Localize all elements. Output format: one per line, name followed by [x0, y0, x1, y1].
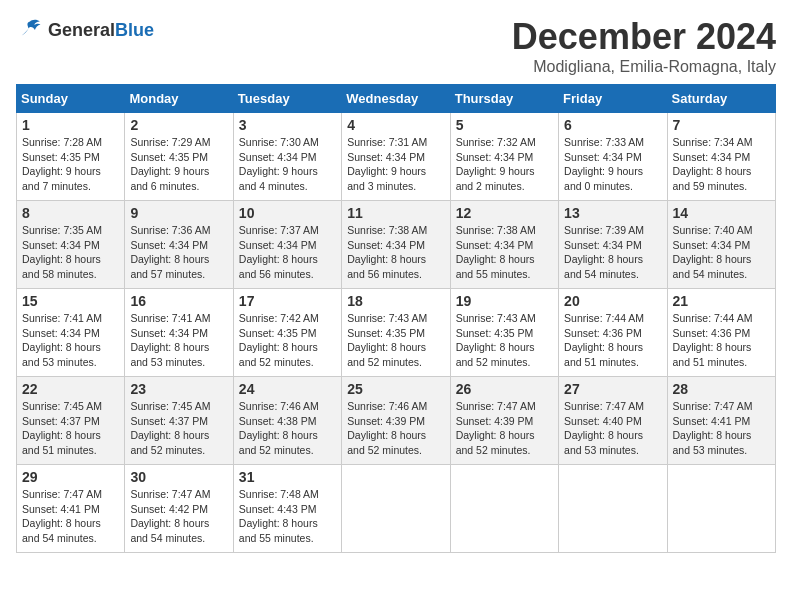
day-number: 23	[130, 381, 227, 397]
day-info: Sunrise: 7:45 AMSunset: 4:37 PMDaylight:…	[130, 400, 210, 456]
day-number: 21	[673, 293, 770, 309]
calendar-header-thursday: Thursday	[450, 85, 558, 113]
calendar-header-saturday: Saturday	[667, 85, 775, 113]
calendar-cell: 20 Sunrise: 7:44 AMSunset: 4:36 PMDaylig…	[559, 289, 667, 377]
calendar-cell	[667, 465, 775, 553]
day-info: Sunrise: 7:38 AMSunset: 4:34 PMDaylight:…	[456, 224, 536, 280]
page-header: GeneralBlue December 2024 Modigliana, Em…	[16, 16, 776, 76]
day-info: Sunrise: 7:42 AMSunset: 4:35 PMDaylight:…	[239, 312, 319, 368]
day-number: 19	[456, 293, 553, 309]
calendar-cell: 30 Sunrise: 7:47 AMSunset: 4:42 PMDaylig…	[125, 465, 233, 553]
day-info: Sunrise: 7:47 AMSunset: 4:42 PMDaylight:…	[130, 488, 210, 544]
calendar-cell	[342, 465, 450, 553]
calendar-cell: 21 Sunrise: 7:44 AMSunset: 4:36 PMDaylig…	[667, 289, 775, 377]
day-info: Sunrise: 7:31 AMSunset: 4:34 PMDaylight:…	[347, 136, 427, 192]
month-title: December 2024	[512, 16, 776, 58]
day-info: Sunrise: 7:47 AMSunset: 4:41 PMDaylight:…	[22, 488, 102, 544]
day-info: Sunrise: 7:41 AMSunset: 4:34 PMDaylight:…	[130, 312, 210, 368]
calendar-cell: 7 Sunrise: 7:34 AMSunset: 4:34 PMDayligh…	[667, 113, 775, 201]
day-number: 20	[564, 293, 661, 309]
day-info: Sunrise: 7:36 AMSunset: 4:34 PMDaylight:…	[130, 224, 210, 280]
day-info: Sunrise: 7:44 AMSunset: 4:36 PMDaylight:…	[673, 312, 753, 368]
day-number: 3	[239, 117, 336, 133]
calendar-header-friday: Friday	[559, 85, 667, 113]
day-number: 24	[239, 381, 336, 397]
day-info: Sunrise: 7:38 AMSunset: 4:34 PMDaylight:…	[347, 224, 427, 280]
calendar-week-row: 29 Sunrise: 7:47 AMSunset: 4:41 PMDaylig…	[17, 465, 776, 553]
day-info: Sunrise: 7:30 AMSunset: 4:34 PMDaylight:…	[239, 136, 319, 192]
day-number: 14	[673, 205, 770, 221]
calendar-cell: 25 Sunrise: 7:46 AMSunset: 4:39 PMDaylig…	[342, 377, 450, 465]
day-number: 16	[130, 293, 227, 309]
day-info: Sunrise: 7:33 AMSunset: 4:34 PMDaylight:…	[564, 136, 644, 192]
day-info: Sunrise: 7:41 AMSunset: 4:34 PMDaylight:…	[22, 312, 102, 368]
day-number: 13	[564, 205, 661, 221]
day-number: 26	[456, 381, 553, 397]
calendar-cell: 12 Sunrise: 7:38 AMSunset: 4:34 PMDaylig…	[450, 201, 558, 289]
day-info: Sunrise: 7:32 AMSunset: 4:34 PMDaylight:…	[456, 136, 536, 192]
calendar-cell: 28 Sunrise: 7:47 AMSunset: 4:41 PMDaylig…	[667, 377, 775, 465]
day-info: Sunrise: 7:46 AMSunset: 4:39 PMDaylight:…	[347, 400, 427, 456]
day-info: Sunrise: 7:39 AMSunset: 4:34 PMDaylight:…	[564, 224, 644, 280]
calendar-cell: 31 Sunrise: 7:48 AMSunset: 4:43 PMDaylig…	[233, 465, 341, 553]
day-number: 5	[456, 117, 553, 133]
calendar-cell: 11 Sunrise: 7:38 AMSunset: 4:34 PMDaylig…	[342, 201, 450, 289]
calendar-cell: 5 Sunrise: 7:32 AMSunset: 4:34 PMDayligh…	[450, 113, 558, 201]
day-info: Sunrise: 7:28 AMSunset: 4:35 PMDaylight:…	[22, 136, 102, 192]
calendar-week-row: 8 Sunrise: 7:35 AMSunset: 4:34 PMDayligh…	[17, 201, 776, 289]
calendar-cell: 27 Sunrise: 7:47 AMSunset: 4:40 PMDaylig…	[559, 377, 667, 465]
day-info: Sunrise: 7:44 AMSunset: 4:36 PMDaylight:…	[564, 312, 644, 368]
logo-text: GeneralBlue	[48, 20, 154, 41]
calendar-cell: 23 Sunrise: 7:45 AMSunset: 4:37 PMDaylig…	[125, 377, 233, 465]
calendar-cell: 2 Sunrise: 7:29 AMSunset: 4:35 PMDayligh…	[125, 113, 233, 201]
day-number: 30	[130, 469, 227, 485]
calendar-cell: 22 Sunrise: 7:45 AMSunset: 4:37 PMDaylig…	[17, 377, 125, 465]
calendar-header-monday: Monday	[125, 85, 233, 113]
day-number: 15	[22, 293, 119, 309]
day-info: Sunrise: 7:43 AMSunset: 4:35 PMDaylight:…	[347, 312, 427, 368]
calendar-cell: 15 Sunrise: 7:41 AMSunset: 4:34 PMDaylig…	[17, 289, 125, 377]
calendar-cell: 8 Sunrise: 7:35 AMSunset: 4:34 PMDayligh…	[17, 201, 125, 289]
calendar-cell: 14 Sunrise: 7:40 AMSunset: 4:34 PMDaylig…	[667, 201, 775, 289]
calendar-cell	[450, 465, 558, 553]
calendar-cell: 13 Sunrise: 7:39 AMSunset: 4:34 PMDaylig…	[559, 201, 667, 289]
calendar-week-row: 15 Sunrise: 7:41 AMSunset: 4:34 PMDaylig…	[17, 289, 776, 377]
calendar-table: SundayMondayTuesdayWednesdayThursdayFrid…	[16, 84, 776, 553]
calendar-header-wednesday: Wednesday	[342, 85, 450, 113]
day-info: Sunrise: 7:46 AMSunset: 4:38 PMDaylight:…	[239, 400, 319, 456]
day-info: Sunrise: 7:29 AMSunset: 4:35 PMDaylight:…	[130, 136, 210, 192]
day-number: 18	[347, 293, 444, 309]
day-info: Sunrise: 7:45 AMSunset: 4:37 PMDaylight:…	[22, 400, 102, 456]
calendar-cell: 9 Sunrise: 7:36 AMSunset: 4:34 PMDayligh…	[125, 201, 233, 289]
logo: GeneralBlue	[16, 16, 154, 44]
calendar-cell	[559, 465, 667, 553]
logo-general: General	[48, 20, 115, 40]
day-number: 8	[22, 205, 119, 221]
day-number: 29	[22, 469, 119, 485]
calendar-header-tuesday: Tuesday	[233, 85, 341, 113]
calendar-cell: 6 Sunrise: 7:33 AMSunset: 4:34 PMDayligh…	[559, 113, 667, 201]
calendar-cell: 29 Sunrise: 7:47 AMSunset: 4:41 PMDaylig…	[17, 465, 125, 553]
calendar-week-row: 1 Sunrise: 7:28 AMSunset: 4:35 PMDayligh…	[17, 113, 776, 201]
day-info: Sunrise: 7:47 AMSunset: 4:40 PMDaylight:…	[564, 400, 644, 456]
day-number: 12	[456, 205, 553, 221]
day-info: Sunrise: 7:35 AMSunset: 4:34 PMDaylight:…	[22, 224, 102, 280]
calendar-header-sunday: Sunday	[17, 85, 125, 113]
calendar-cell: 4 Sunrise: 7:31 AMSunset: 4:34 PMDayligh…	[342, 113, 450, 201]
day-number: 22	[22, 381, 119, 397]
calendar-cell: 17 Sunrise: 7:42 AMSunset: 4:35 PMDaylig…	[233, 289, 341, 377]
day-number: 10	[239, 205, 336, 221]
day-number: 7	[673, 117, 770, 133]
logo-bird-icon	[16, 16, 44, 44]
day-info: Sunrise: 7:48 AMSunset: 4:43 PMDaylight:…	[239, 488, 319, 544]
title-block: December 2024 Modigliana, Emilia-Romagna…	[512, 16, 776, 76]
location-title: Modigliana, Emilia-Romagna, Italy	[512, 58, 776, 76]
day-number: 11	[347, 205, 444, 221]
calendar-cell: 3 Sunrise: 7:30 AMSunset: 4:34 PMDayligh…	[233, 113, 341, 201]
calendar-week-row: 22 Sunrise: 7:45 AMSunset: 4:37 PMDaylig…	[17, 377, 776, 465]
day-info: Sunrise: 7:34 AMSunset: 4:34 PMDaylight:…	[673, 136, 753, 192]
day-number: 17	[239, 293, 336, 309]
day-info: Sunrise: 7:43 AMSunset: 4:35 PMDaylight:…	[456, 312, 536, 368]
day-number: 4	[347, 117, 444, 133]
day-number: 6	[564, 117, 661, 133]
